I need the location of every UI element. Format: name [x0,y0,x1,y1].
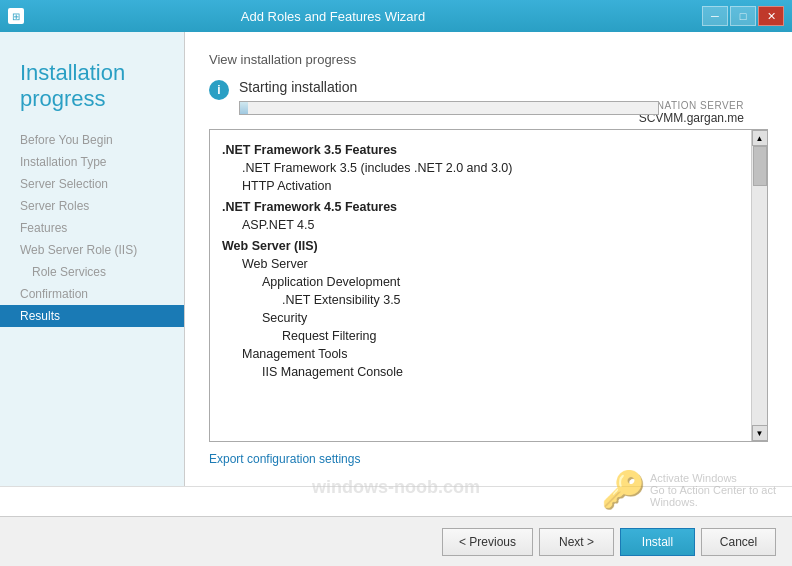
install-button[interactable]: Install [620,528,695,556]
list-item: IIS Management Console [222,363,739,381]
title-bar-controls: ─ □ ✕ [702,6,784,26]
maximize-button[interactable]: □ [730,6,756,26]
next-button[interactable]: Next > [539,528,614,556]
list-item: Web Server [222,255,739,273]
key-icon: 🔑 [601,469,646,511]
previous-button[interactable]: < Previous [442,528,533,556]
features-list[interactable]: .NET Framework 3.5 Features .NET Framewo… [210,130,751,441]
activate-text: Activate Windows Go to Action Center to … [650,472,776,508]
activate-line3: Windows. [650,496,776,508]
sidebar-item-installation-type[interactable]: Installation Type [0,151,184,173]
sidebar-item-server-selection[interactable]: Server Selection [0,173,184,195]
scroll-down-arrow[interactable]: ▼ [752,425,768,441]
info-icon: i [209,80,229,100]
title-bar-left: ⊞ [8,8,24,24]
list-item: Application Development [222,273,739,291]
list-item: .NET Framework 3.5 Features [222,138,739,159]
sidebar-item-role-services[interactable]: Role Services [0,261,184,283]
scroll-up-arrow[interactable]: ▲ [752,130,768,146]
watermark-text: windows-noob.com [312,477,480,498]
activate-line2: Go to Action Center to act [650,484,776,496]
list-item: HTTP Activation [222,177,739,195]
progress-text: Starting installation [239,79,659,95]
app-icon: ⊞ [8,8,24,24]
scroll-thumb[interactable] [753,146,767,186]
wizard-body: Installation progress Before You Begin I… [0,32,792,566]
list-item: .NET Framework 4.5 Features [222,195,739,216]
bottom-bar: < Previous Next > Install Cancel [0,516,792,566]
title-bar: ⊞ Add Roles and Features Wizard ─ □ ✕ [0,0,792,32]
sidebar-item-results[interactable]: Results [0,305,184,327]
export-link[interactable]: Export configuration settings [209,452,768,466]
page-header-title: Installation progress [20,60,164,112]
list-item: ASP.NET 4.5 [222,216,739,234]
progress-bar [239,101,659,115]
sidebar-item-before-you-begin[interactable]: Before You Begin [0,129,184,151]
list-item: Web Server (IIS) [222,234,739,255]
features-box: .NET Framework 3.5 Features .NET Framewo… [209,129,768,442]
list-item: Request Filtering [222,327,739,345]
progress-info: Starting installation [239,79,659,115]
wizard-content: Installation progress Before You Begin I… [0,32,792,486]
list-item: .NET Framework 3.5 (includes .NET 2.0 an… [222,159,739,177]
sidebar-item-server-roles[interactable]: Server Roles [0,195,184,217]
cancel-button[interactable]: Cancel [701,528,776,556]
sidebar: Installation progress Before You Begin I… [0,32,185,486]
scrollbar[interactable]: ▲ ▼ [751,130,767,441]
progress-bar-fill [240,102,248,114]
sidebar-item-confirmation[interactable]: Confirmation [0,283,184,305]
title-bar-title: Add Roles and Features Wizard [24,9,642,24]
close-button[interactable]: ✕ [758,6,784,26]
main-area: DESTINATION SERVER SCVMM.gargan.me View … [185,32,792,486]
list-item: Security [222,309,739,327]
sidebar-item-web-server-role[interactable]: Web Server Role (IIS) [0,239,184,261]
section-title: View installation progress [209,52,768,67]
sidebar-items: Before You Begin Installation Type Serve… [0,124,184,327]
list-item: Management Tools [222,345,739,363]
scroll-track[interactable] [752,146,767,425]
activate-windows: 🔑 Activate Windows Go to Action Center t… [601,469,776,511]
activate-line1: Activate Windows [650,472,776,484]
watermark-bar: 🔑 Activate Windows Go to Action Center t… [0,486,792,516]
list-item: .NET Extensibility 3.5 [222,291,739,309]
minimize-button[interactable]: ─ [702,6,728,26]
sidebar-item-features[interactable]: Features [0,217,184,239]
page-header: Installation progress [0,42,184,124]
